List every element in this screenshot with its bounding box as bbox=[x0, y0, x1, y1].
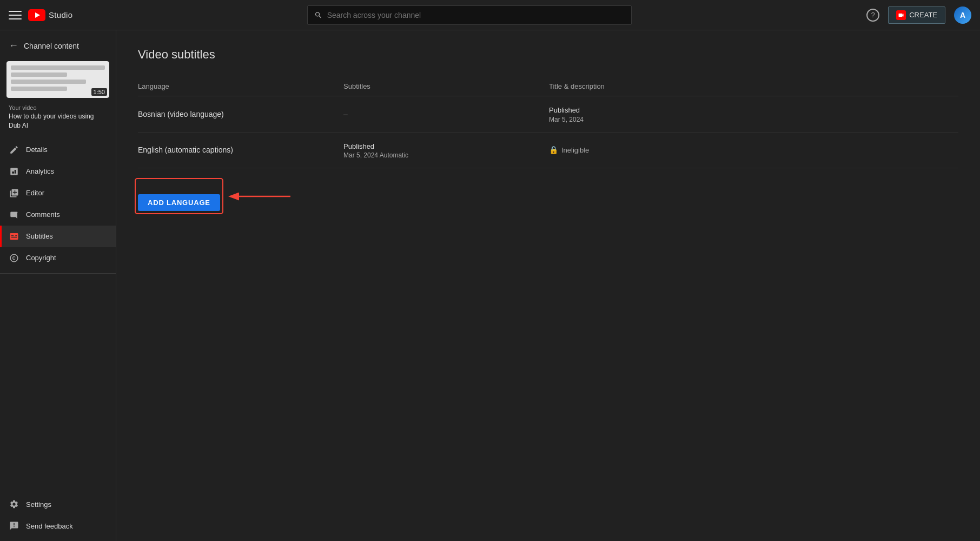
topnav-right: ? CREATE A bbox=[866, 6, 971, 24]
language-cell-bosnian: Bosnian (video language) bbox=[138, 96, 343, 133]
sidebar-subtitles-label: Subtitles bbox=[26, 232, 53, 240]
sidebar-details-label: Details bbox=[26, 146, 48, 154]
published-status: Published bbox=[549, 105, 950, 116]
video-duration: 1:50 bbox=[91, 88, 107, 96]
table-row: English (automatic captions) Published M… bbox=[138, 132, 958, 168]
sidebar-analytics-label: Analytics bbox=[26, 167, 54, 175]
content-area: Language Subtitles Title & description B… bbox=[138, 77, 958, 211]
subtitles-cell-english: Published Mar 5, 2024 Automatic bbox=[343, 132, 549, 168]
page-title: Video subtitles bbox=[138, 48, 958, 62]
sidebar-bottom: Settings Send feedback bbox=[0, 493, 116, 541]
search-container bbox=[307, 5, 632, 25]
ineligible-cell: 🔒 Ineligible bbox=[549, 146, 950, 154]
youtube-logo-icon bbox=[28, 9, 45, 21]
sidebar-copyright-label: Copyright bbox=[26, 254, 56, 262]
add-language-button[interactable]: ADD LANGUAGE bbox=[138, 194, 220, 211]
search-input[interactable] bbox=[327, 11, 625, 19]
comment-icon bbox=[9, 209, 19, 220]
editor-icon bbox=[9, 188, 19, 199]
feedback-icon bbox=[9, 520, 19, 531]
channel-content-label: Channel content bbox=[24, 42, 79, 50]
sidebar-item-subtitles[interactable]: Subtitles bbox=[0, 226, 116, 247]
sidebar-item-editor[interactable]: Editor bbox=[0, 182, 116, 204]
title-cell-english: 🔒 Ineligible bbox=[549, 132, 958, 168]
col-language-header: Language bbox=[138, 77, 343, 96]
your-video-label: Your video bbox=[0, 102, 116, 111]
video-thumbnail[interactable]: 1:50 bbox=[6, 61, 109, 98]
sidebar-comments-label: Comments bbox=[26, 210, 60, 219]
layout: ← Channel content 1:50 Your video How to… bbox=[0, 30, 980, 541]
copyright-icon bbox=[9, 253, 19, 263]
avatar[interactable]: A bbox=[954, 6, 971, 24]
subtitles-table: Language Subtitles Title & description B… bbox=[138, 77, 958, 168]
subtitles-dash: – bbox=[343, 110, 348, 118]
sidebar-nav: Details Analytics Editor C bbox=[0, 139, 116, 269]
hamburger-menu[interactable] bbox=[9, 9, 22, 22]
back-arrow-icon: ← bbox=[9, 40, 18, 51]
channel-content-link[interactable]: ← Channel content bbox=[0, 35, 116, 57]
sidebar-item-copyright[interactable]: Copyright bbox=[0, 247, 116, 269]
sidebar: ← Channel content 1:50 Your video How to… bbox=[0, 30, 116, 541]
subtitles-status: Published bbox=[343, 141, 540, 152]
thumb-inner: 1:50 bbox=[6, 61, 109, 98]
sidebar-item-settings[interactable]: Settings bbox=[0, 493, 116, 515]
table-row: Bosnian (video language) – Published Mar… bbox=[138, 96, 958, 133]
your-video-title: How to dub your videos using Dub AI bbox=[0, 111, 116, 135]
studio-label: Studio bbox=[49, 10, 72, 19]
main-content: Video subtitles Language Subtitles Title… bbox=[116, 30, 980, 541]
sidebar-item-details[interactable]: Details bbox=[0, 139, 116, 161]
search-icon bbox=[314, 11, 322, 19]
create-icon bbox=[896, 10, 906, 20]
pencil-icon bbox=[9, 144, 19, 155]
sidebar-editor-label: Editor bbox=[26, 189, 44, 197]
sidebar-feedback-label: Send feedback bbox=[26, 522, 73, 530]
arrow-annotation bbox=[220, 186, 296, 207]
language-cell-english: English (automatic captions) bbox=[138, 132, 343, 168]
subtitles-cell-bosnian: – bbox=[343, 96, 549, 133]
topnav-left: Studio bbox=[9, 9, 72, 22]
ineligible-label: Ineligible bbox=[561, 146, 589, 154]
bar-chart-icon bbox=[9, 166, 19, 177]
col-title-header: Title & description bbox=[549, 77, 958, 96]
published-date: Mar 5, 2024 bbox=[549, 116, 950, 123]
topnav: Studio ? CREATE A bbox=[0, 0, 980, 30]
sidebar-settings-label: Settings bbox=[26, 500, 51, 509]
sidebar-item-analytics[interactable]: Analytics bbox=[0, 161, 116, 182]
add-language-section: ADD LANGUAGE bbox=[138, 181, 220, 211]
sidebar-item-feedback[interactable]: Send feedback bbox=[0, 515, 116, 537]
search-bar bbox=[72, 5, 866, 25]
subtitles-date: Mar 5, 2024 Automatic bbox=[343, 151, 540, 159]
title-cell-bosnian: Published Mar 5, 2024 bbox=[549, 96, 958, 133]
subtitles-icon bbox=[9, 231, 19, 242]
help-button[interactable]: ? bbox=[866, 9, 879, 22]
logo[interactable]: Studio bbox=[28, 9, 72, 21]
sidebar-divider bbox=[0, 273, 116, 274]
lock-icon: 🔒 bbox=[549, 146, 558, 154]
col-subtitles-header: Subtitles bbox=[343, 77, 549, 96]
create-button[interactable]: CREATE bbox=[888, 6, 945, 24]
sidebar-item-comments[interactable]: Comments bbox=[0, 204, 116, 226]
gear-icon bbox=[9, 499, 19, 510]
